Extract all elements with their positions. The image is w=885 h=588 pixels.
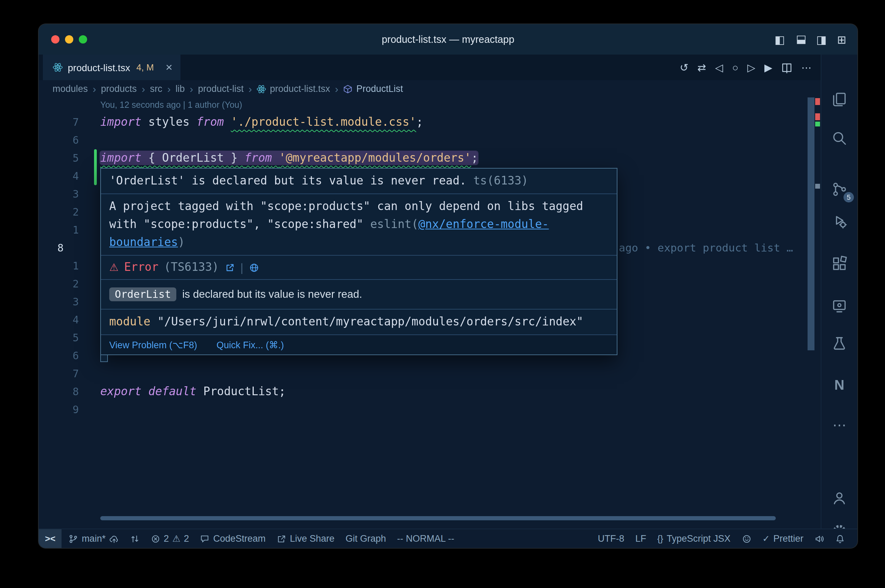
status-feedback[interactable] <box>736 529 757 548</box>
status-encoding[interactable]: UTF-8 <box>592 529 630 548</box>
activity-extensions[interactable] <box>821 249 857 277</box>
popup-footer: View Problem (⌥F8) Quick Fix... (⌘.) <box>101 335 617 354</box>
status-codestream[interactable]: CodeStream <box>195 529 271 548</box>
gitlens-codelens[interactable]: You, 12 seconds ago | 1 author (You) <box>39 98 821 113</box>
tab-bar: product-list.tsx 4, M × ↺⇄◁○▷▶⋯ <box>39 55 821 80</box>
chevron-right-icon: › <box>330 83 343 94</box>
status-remote[interactable]: >< <box>39 529 62 548</box>
status-broadcast[interactable] <box>809 529 830 548</box>
popup-module-section: module"/Users/juri/nrwl/content/myreacta… <box>101 309 617 335</box>
module-keyword: module <box>109 315 150 328</box>
popup-eslint-section: A project tagged with "scope:products" c… <box>101 194 617 256</box>
quick-fix-link[interactable]: Quick Fix... (⌘.) <box>216 339 284 350</box>
code-line[interactable]: 6 <box>39 131 821 149</box>
accounts-icon <box>832 490 847 506</box>
history-icon[interactable]: ↺ <box>680 61 688 74</box>
run-file-icon[interactable]: ▶ <box>764 61 772 74</box>
editor-actions: ↺⇄◁○▷▶⋯ <box>680 55 821 80</box>
breadcrumb-product-list-tsx[interactable]: product-list.tsx <box>257 84 330 94</box>
activity-more-views[interactable]: ⋯ <box>821 411 857 439</box>
error-label: Error <box>124 259 158 276</box>
status-vim-mode[interactable]: -- NORMAL -- <box>392 529 460 548</box>
ts-error-message: 'OrderList' is declared but its value is… <box>109 174 466 187</box>
activity-source-control[interactable]: 5 <box>821 176 857 203</box>
status-problems[interactable]: 2⚠2 <box>145 529 194 548</box>
open-error-docs-icon[interactable] <box>224 262 235 273</box>
symbol-cube-icon <box>343 84 353 94</box>
tab-product-list-tsx[interactable]: product-list.tsx 4, M × <box>43 55 181 80</box>
activity-remote-explorer[interactable] <box>821 292 857 320</box>
code-line[interactable]: 7import styles from './product-list.modu… <box>39 113 821 131</box>
horizontal-scrollbar[interactable] <box>100 516 776 520</box>
code-line[interactable]: 7 <box>39 365 821 383</box>
breadcrumb-label: lib <box>176 84 185 94</box>
label: UTF-8 <box>598 533 624 544</box>
code-line[interactable]: 9 <box>39 401 821 419</box>
react-icon <box>257 84 266 94</box>
compare-branches-icon <box>130 534 139 543</box>
more-actions-icon[interactable]: ⋯ <box>801 61 812 74</box>
line-content: import styles from './product-list.modul… <box>100 113 423 131</box>
layout-sidebar-left-icon[interactable]: ◧ <box>774 33 785 46</box>
breadcrumb-products[interactable]: products <box>101 84 137 94</box>
module-path: "/Users/juri/nrwl/content/myreactapp/mod… <box>157 315 583 328</box>
label: 2 <box>164 533 169 544</box>
line-number: 4 <box>39 311 79 329</box>
line-content: export default ProductList; <box>100 383 285 401</box>
popup-resize-handle[interactable] <box>100 354 108 362</box>
activity-accounts[interactable] <box>821 484 857 512</box>
chevron-right-icon: › <box>244 83 257 94</box>
status-bar-right: UTF-8LF{}TypeScript JSX✓Prettier <box>592 529 857 548</box>
selection-highlight: import { OrderList } from '@myreactapp/m… <box>100 152 478 165</box>
open-change-icon[interactable]: ○ <box>732 62 738 73</box>
status-language-mode[interactable]: {}TypeScript JSX <box>652 529 736 548</box>
popup-translated-error: OrderList is declared but its value is n… <box>101 280 617 309</box>
status-bar: ><main*2⚠2CodeStreamLive ShareGit Graph-… <box>39 529 857 548</box>
cloud-upload-icon <box>109 534 119 543</box>
breadcrumb-product-list[interactable]: product-list <box>198 84 244 94</box>
status-bar-left: ><main*2⚠2CodeStreamLive ShareGit Graph-… <box>39 529 592 548</box>
remote-explorer-icon <box>832 298 847 314</box>
layout-grid-icon[interactable]: ⊞ <box>837 33 846 46</box>
error-triangle-icon: ⚠ <box>109 259 119 276</box>
error-identifier-chip: OrderList <box>109 287 177 301</box>
layout-panel-icon[interactable]: ◧ <box>794 34 807 45</box>
breadcrumb-src[interactable]: src <box>150 84 162 94</box>
code-line[interactable]: 5import { OrderList } from '@myreactapp/… <box>39 149 821 167</box>
braces-icon: {} <box>657 533 663 544</box>
prev-change-icon[interactable]: ◁ <box>715 61 723 74</box>
code-line[interactable]: 8export default ProductList; <box>39 383 821 401</box>
line-number: 5 <box>39 329 79 347</box>
status-prettier[interactable]: ✓Prettier <box>757 529 809 548</box>
label: LF <box>636 533 646 544</box>
eslint-source-open: eslint( <box>370 218 418 231</box>
close-tab-icon[interactable]: × <box>165 62 173 73</box>
split-editor-icon[interactable] <box>781 62 792 73</box>
breadcrumb-modules[interactable]: modules <box>53 84 88 94</box>
next-change-icon[interactable]: ▷ <box>747 61 755 74</box>
layout-sidebar-right-icon[interactable]: ◨ <box>816 33 826 46</box>
web-search-globe-icon[interactable] <box>249 262 259 273</box>
activity-search[interactable] <box>821 124 857 152</box>
line-number: 4 <box>39 167 79 185</box>
scrollbar-slider[interactable] <box>808 98 814 350</box>
status-git-branch[interactable]: main* <box>63 529 124 548</box>
status-live-share[interactable]: Live Share <box>271 529 340 548</box>
line-number: 5 <box>39 149 79 167</box>
view-problem-link[interactable]: View Problem (⌥F8) <box>109 339 197 350</box>
activity-testing[interactable] <box>821 330 857 357</box>
status-branch-sync[interactable] <box>124 529 145 548</box>
status-eol[interactable]: LF <box>630 529 652 548</box>
status-notifications[interactable] <box>830 529 850 548</box>
activity-run-debug[interactable] <box>821 207 857 235</box>
testing-icon <box>832 336 847 351</box>
bell-icon <box>835 534 845 543</box>
feedback-smiley-icon <box>742 534 751 543</box>
breadcrumb-lib[interactable]: lib <box>176 84 185 94</box>
status-git-graph[interactable]: Git Graph <box>340 529 391 548</box>
compare-changes-icon[interactable]: ⇄ <box>697 61 706 74</box>
activity-nx-console[interactable]: N <box>821 371 857 399</box>
overview-error-mark <box>815 113 820 120</box>
activity-explorer-copy[interactable] <box>821 86 857 113</box>
breadcrumb-productlist[interactable]: ProductList <box>343 84 403 94</box>
